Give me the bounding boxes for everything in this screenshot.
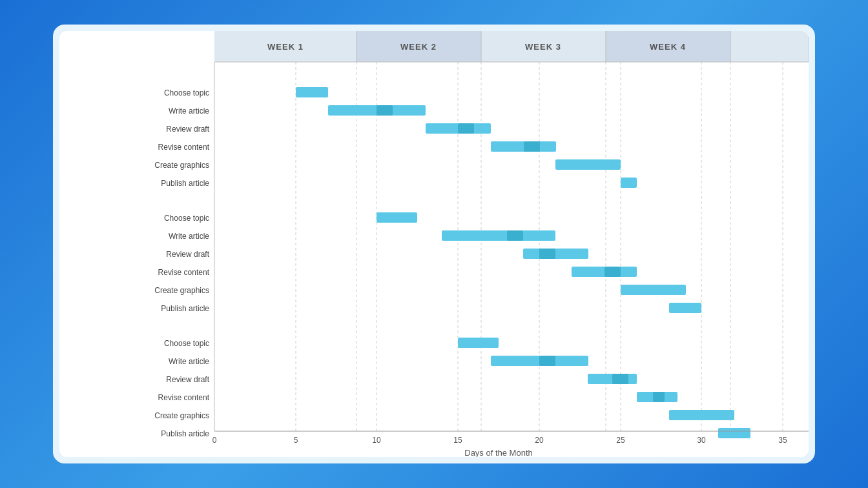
task-label: Revise content [158, 143, 210, 152]
week4-label: WEEK 4 [650, 42, 686, 52]
svg-rect-48 [718, 428, 750, 438]
svg-rect-35 [539, 249, 555, 259]
svg-rect-24 [377, 105, 393, 116]
svg-rect-34 [523, 249, 588, 259]
x-label-30: 30 [697, 436, 706, 445]
week1-label: WEEK 1 [267, 42, 304, 52]
task-label: Choose topic [164, 339, 209, 348]
task-label: Publish article [161, 304, 209, 313]
x-label-20: 20 [535, 436, 544, 445]
svg-rect-42 [539, 356, 555, 366]
svg-rect-32 [442, 230, 555, 241]
week2-label: WEEK 2 [400, 42, 437, 52]
svg-rect-37 [604, 267, 621, 277]
x-label-5: 5 [294, 436, 298, 445]
svg-rect-33 [507, 230, 523, 241]
x-axis-title: Days of the Month [464, 448, 533, 457]
svg-rect-38 [621, 285, 686, 295]
task-label: Choose topic [164, 214, 209, 223]
svg-rect-46 [653, 392, 665, 402]
task-label: Review draft [166, 125, 209, 134]
task-label: Create graphics [154, 161, 209, 170]
task-label: Create graphics [154, 286, 209, 295]
x-label-10: 10 [372, 436, 381, 445]
chart-container: .week-header { font-size: 13px; font-wei… [53, 25, 815, 463]
svg-rect-26 [458, 123, 474, 134]
week3-label: WEEK 3 [525, 42, 561, 52]
svg-rect-27 [491, 141, 556, 152]
x-label-15: 15 [453, 436, 462, 445]
svg-rect-36 [572, 267, 637, 277]
x-label-0: 0 [212, 436, 217, 445]
task-label: Publish article [161, 429, 209, 438]
svg-rect-31 [377, 212, 417, 223]
svg-rect-44 [612, 374, 628, 384]
task-label: Review draft [166, 375, 209, 384]
task-label: Revise content [158, 268, 210, 277]
x-label-35: 35 [778, 436, 787, 445]
chart-area: .week-header { font-size: 13px; font-wei… [59, 31, 809, 457]
chart-inner: .week-header { font-size: 13px; font-wei… [59, 31, 809, 457]
task-label: Review draft [166, 250, 209, 259]
svg-rect-47 [669, 410, 734, 420]
task-label: Publish article [161, 179, 209, 188]
x-label-25: 25 [616, 436, 625, 445]
task-label: Create graphics [154, 411, 209, 420]
svg-rect-10 [214, 62, 783, 431]
svg-rect-22 [296, 87, 328, 97]
svg-rect-4 [730, 31, 809, 62]
svg-rect-40 [458, 338, 499, 348]
svg-rect-39 [669, 303, 701, 313]
svg-rect-30 [621, 178, 637, 188]
svg-rect-28 [524, 141, 540, 152]
task-label: Write article [169, 107, 209, 116]
svg-rect-29 [555, 159, 621, 170]
task-label: Choose topic [164, 88, 209, 97]
task-label: Revise content [158, 393, 210, 402]
task-label: Write article [169, 357, 209, 366]
task-label: Write article [169, 232, 209, 241]
